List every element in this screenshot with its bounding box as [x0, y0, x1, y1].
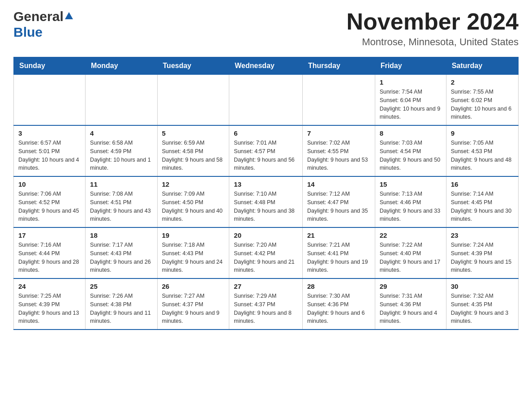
day-info: Sunrise: 7:26 AMSunset: 4:38 PMDaylight:… [90, 292, 152, 325]
table-row: 11Sunrise: 7:08 AMSunset: 4:51 PMDayligh… [86, 176, 157, 227]
logo-triangle-icon [65, 12, 73, 19]
day-info: Sunrise: 6:59 AMSunset: 4:58 PMDaylight:… [162, 139, 225, 172]
table-row [86, 75, 157, 126]
table-row: 15Sunrise: 7:13 AMSunset: 4:46 PMDayligh… [375, 176, 446, 227]
day-number: 9 [451, 129, 514, 137]
calendar-week-row: 10Sunrise: 7:06 AMSunset: 4:52 PMDayligh… [14, 176, 519, 227]
day-number: 28 [307, 283, 370, 290]
table-row: 18Sunrise: 7:17 AMSunset: 4:43 PMDayligh… [86, 227, 157, 278]
table-row: 6Sunrise: 7:01 AMSunset: 4:57 PMDaylight… [229, 125, 303, 176]
day-number: 25 [90, 283, 152, 290]
table-row: 22Sunrise: 7:22 AMSunset: 4:40 PMDayligh… [375, 227, 446, 278]
day-number: 5 [162, 129, 225, 137]
table-row: 8Sunrise: 7:03 AMSunset: 4:54 PMDaylight… [375, 125, 446, 176]
day-info: Sunrise: 7:02 AMSunset: 4:55 PMDaylight:… [307, 139, 370, 172]
logo: General Blue [13, 9, 73, 40]
table-row: 26Sunrise: 7:27 AMSunset: 4:37 PMDayligh… [157, 278, 229, 330]
day-info: Sunrise: 7:55 AMSunset: 6:02 PMDaylight:… [451, 88, 514, 121]
table-row: 3Sunrise: 6:57 AMSunset: 5:01 PMDaylight… [14, 125, 86, 176]
day-number: 3 [18, 129, 81, 137]
day-info: Sunrise: 7:21 AMSunset: 4:41 PMDaylight:… [307, 241, 370, 274]
day-info: Sunrise: 7:31 AMSunset: 4:36 PMDaylight:… [380, 292, 442, 325]
table-row: 20Sunrise: 7:20 AMSunset: 4:42 PMDayligh… [229, 227, 303, 278]
day-number: 24 [18, 283, 81, 290]
table-row: 27Sunrise: 7:29 AMSunset: 4:37 PMDayligh… [229, 278, 303, 330]
table-row: 21Sunrise: 7:21 AMSunset: 4:41 PMDayligh… [302, 227, 375, 278]
table-row: 25Sunrise: 7:26 AMSunset: 4:38 PMDayligh… [86, 278, 157, 330]
month-title: November 2024 [347, 9, 519, 34]
day-number: 17 [18, 231, 81, 239]
header-monday: Monday [86, 57, 157, 75]
day-number: 21 [307, 231, 370, 239]
table-row: 17Sunrise: 7:16 AMSunset: 4:44 PMDayligh… [14, 227, 86, 278]
day-number: 15 [380, 180, 442, 188]
calendar-header-row: Sunday Monday Tuesday Wednesday Thursday… [14, 57, 519, 75]
day-info: Sunrise: 7:08 AMSunset: 4:51 PMDaylight:… [90, 190, 152, 223]
day-number: 14 [307, 180, 370, 188]
day-info: Sunrise: 7:10 AMSunset: 4:48 PMDaylight:… [234, 190, 298, 223]
day-info: Sunrise: 7:09 AMSunset: 4:50 PMDaylight:… [162, 190, 225, 223]
table-row: 30Sunrise: 7:32 AMSunset: 4:35 PMDayligh… [446, 278, 518, 330]
header-wednesday: Wednesday [229, 57, 303, 75]
day-number: 20 [234, 231, 298, 239]
day-number: 7 [307, 129, 370, 137]
day-info: Sunrise: 7:54 AMSunset: 6:04 PMDaylight:… [380, 88, 442, 121]
header-sunday: Sunday [14, 57, 86, 75]
day-number: 29 [380, 283, 442, 290]
table-row: 24Sunrise: 7:25 AMSunset: 4:39 PMDayligh… [14, 278, 86, 330]
table-row: 12Sunrise: 7:09 AMSunset: 4:50 PMDayligh… [157, 176, 229, 227]
logo-blue-text: Blue [13, 25, 43, 39]
table-row: 13Sunrise: 7:10 AMSunset: 4:48 PMDayligh… [229, 176, 303, 227]
day-info: Sunrise: 7:27 AMSunset: 4:37 PMDaylight:… [162, 292, 225, 325]
table-row: 29Sunrise: 7:31 AMSunset: 4:36 PMDayligh… [375, 278, 446, 330]
day-info: Sunrise: 7:17 AMSunset: 4:43 PMDaylight:… [90, 241, 152, 274]
day-info: Sunrise: 7:20 AMSunset: 4:42 PMDaylight:… [234, 241, 298, 274]
header-friday: Friday [375, 57, 446, 75]
day-info: Sunrise: 6:58 AMSunset: 4:59 PMDaylight:… [90, 139, 152, 172]
logo-general-text: General [13, 9, 64, 24]
calendar-week-row: 24Sunrise: 7:25 AMSunset: 4:39 PMDayligh… [14, 278, 519, 330]
header-thursday: Thursday [302, 57, 375, 75]
day-number: 4 [90, 129, 152, 137]
day-info: Sunrise: 7:06 AMSunset: 4:52 PMDaylight:… [18, 190, 81, 223]
day-number: 19 [162, 231, 225, 239]
table-row: 2Sunrise: 7:55 AMSunset: 6:02 PMDaylight… [446, 75, 518, 126]
table-row: 9Sunrise: 7:05 AMSunset: 4:53 PMDaylight… [446, 125, 518, 176]
table-row [14, 75, 86, 126]
day-info: Sunrise: 7:01 AMSunset: 4:57 PMDaylight:… [234, 139, 298, 172]
table-row: 23Sunrise: 7:24 AMSunset: 4:39 PMDayligh… [446, 227, 518, 278]
table-row: 7Sunrise: 7:02 AMSunset: 4:55 PMDaylight… [302, 125, 375, 176]
table-row: 28Sunrise: 7:30 AMSunset: 4:36 PMDayligh… [302, 278, 375, 330]
logo-line1: General [13, 9, 73, 25]
table-row: 14Sunrise: 7:12 AMSunset: 4:47 PMDayligh… [302, 176, 375, 227]
day-number: 30 [451, 283, 514, 290]
day-number: 18 [90, 231, 152, 239]
day-info: Sunrise: 7:03 AMSunset: 4:54 PMDaylight:… [380, 139, 442, 172]
day-number: 13 [234, 180, 298, 188]
logo-line2: Blue [13, 25, 73, 40]
calendar-week-row: 1Sunrise: 7:54 AMSunset: 6:04 PMDaylight… [14, 75, 519, 126]
day-info: Sunrise: 7:22 AMSunset: 4:40 PMDaylight:… [380, 241, 442, 274]
calendar-week-row: 3Sunrise: 6:57 AMSunset: 5:01 PMDaylight… [14, 125, 519, 176]
day-number: 23 [451, 231, 514, 239]
day-number: 27 [234, 283, 298, 290]
day-info: Sunrise: 7:13 AMSunset: 4:46 PMDaylight:… [380, 190, 442, 223]
day-info: Sunrise: 7:32 AMSunset: 4:35 PMDaylight:… [451, 292, 514, 325]
table-row: 5Sunrise: 6:59 AMSunset: 4:58 PMDaylight… [157, 125, 229, 176]
day-info: Sunrise: 7:16 AMSunset: 4:44 PMDaylight:… [18, 241, 81, 274]
day-number: 10 [18, 180, 81, 188]
day-number: 26 [162, 283, 225, 290]
day-info: Sunrise: 7:12 AMSunset: 4:47 PMDaylight:… [307, 190, 370, 223]
table-row [229, 75, 303, 126]
day-info: Sunrise: 6:57 AMSunset: 5:01 PMDaylight:… [18, 139, 81, 172]
page-header: General Blue November 2024 Montrose, Min… [13, 9, 519, 48]
header-saturday: Saturday [446, 57, 518, 75]
table-row: 4Sunrise: 6:58 AMSunset: 4:59 PMDaylight… [86, 125, 157, 176]
day-number: 1 [380, 78, 442, 86]
day-info: Sunrise: 7:18 AMSunset: 4:43 PMDaylight:… [162, 241, 225, 274]
day-info: Sunrise: 7:14 AMSunset: 4:45 PMDaylight:… [451, 190, 514, 223]
day-number: 2 [451, 78, 514, 86]
table-row [157, 75, 229, 126]
title-block: November 2024 Montrose, Minnesota, Unite… [347, 9, 519, 48]
table-row: 1Sunrise: 7:54 AMSunset: 6:04 PMDaylight… [375, 75, 446, 126]
